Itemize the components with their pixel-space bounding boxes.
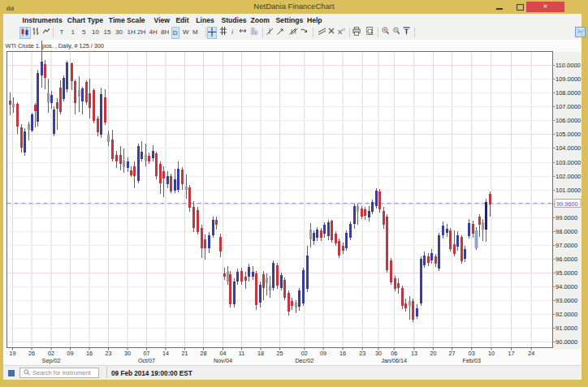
svg-text:106.0000: 106.0000: [556, 117, 581, 124]
svg-text:99.9600: 99.9600: [556, 200, 578, 208]
svg-text:28: 28: [201, 350, 207, 357]
svg-text:96.0000: 96.0000: [556, 256, 577, 263]
svg-text:04: 04: [220, 350, 227, 357]
svg-text:17: 17: [508, 350, 515, 357]
svg-text:xy: xy: [251, 27, 255, 31]
svg-text:16: 16: [339, 350, 346, 357]
svg-text:27: 27: [449, 350, 456, 357]
svg-text:Sep/02: Sep/02: [42, 357, 61, 364]
svg-text:101.0000: 101.0000: [556, 187, 581, 194]
svg-text:Dec/02: Dec/02: [295, 357, 313, 364]
svg-text:Nov/04: Nov/04: [214, 357, 232, 364]
svg-text:30: 30: [375, 350, 382, 357]
svg-text:97.0000: 97.0000: [556, 242, 577, 249]
svg-text:109.0000: 109.0000: [556, 75, 581, 83]
svg-text:Jan/06/14: Jan/06/14: [381, 357, 407, 364]
svg-text:103.0000: 103.0000: [556, 159, 581, 166]
svg-text:Oct/07: Oct/07: [138, 357, 155, 364]
svg-text:26: 26: [28, 350, 35, 357]
svg-text:98.0000: 98.0000: [556, 228, 577, 235]
svg-text:110.0000: 110.0000: [556, 62, 581, 69]
svg-text:11: 11: [239, 350, 244, 357]
svg-text:02: 02: [48, 350, 54, 357]
svg-text:13: 13: [411, 350, 417, 357]
svg-text:105.0000: 105.0000: [556, 131, 581, 138]
svg-text:09: 09: [320, 350, 326, 357]
svg-text:25: 25: [277, 350, 283, 357]
svg-text:90.0000: 90.0000: [556, 338, 577, 346]
svg-text:91.0000: 91.0000: [556, 325, 577, 332]
svg-text:95.0000: 95.0000: [556, 269, 577, 277]
svg-text:02: 02: [301, 350, 308, 357]
svg-text:23: 23: [359, 350, 365, 357]
svg-text:09: 09: [67, 350, 74, 357]
svg-text:Feb/03: Feb/03: [463, 357, 481, 364]
svg-text:93.0000: 93.0000: [556, 297, 577, 304]
svg-text:99.0000: 99.0000: [556, 214, 577, 221]
svg-text:92.0000: 92.0000: [556, 311, 577, 318]
svg-text:19: 19: [10, 350, 16, 357]
svg-text:31: 31: [342, 27, 345, 31]
svg-text:30: 30: [124, 350, 131, 357]
svg-text:20: 20: [430, 350, 436, 357]
svg-text:03: 03: [469, 350, 475, 357]
svg-text:06: 06: [391, 350, 397, 357]
svg-text:10: 10: [488, 350, 495, 357]
svg-text:102.0000: 102.0000: [556, 173, 581, 180]
svg-text:24: 24: [528, 350, 534, 357]
svg-text:21: 21: [182, 350, 188, 357]
svg-text:14: 14: [162, 350, 169, 357]
svg-text:104.0000: 104.0000: [556, 144, 581, 152]
svg-text:07: 07: [144, 350, 150, 357]
svg-text:107.0000: 107.0000: [556, 103, 581, 110]
svg-text:94.0000: 94.0000: [556, 283, 577, 290]
svg-text:108.0000: 108.0000: [556, 89, 581, 97]
svg-text:18: 18: [257, 350, 264, 357]
svg-text:16: 16: [86, 350, 93, 357]
svg-text:23: 23: [106, 350, 112, 357]
